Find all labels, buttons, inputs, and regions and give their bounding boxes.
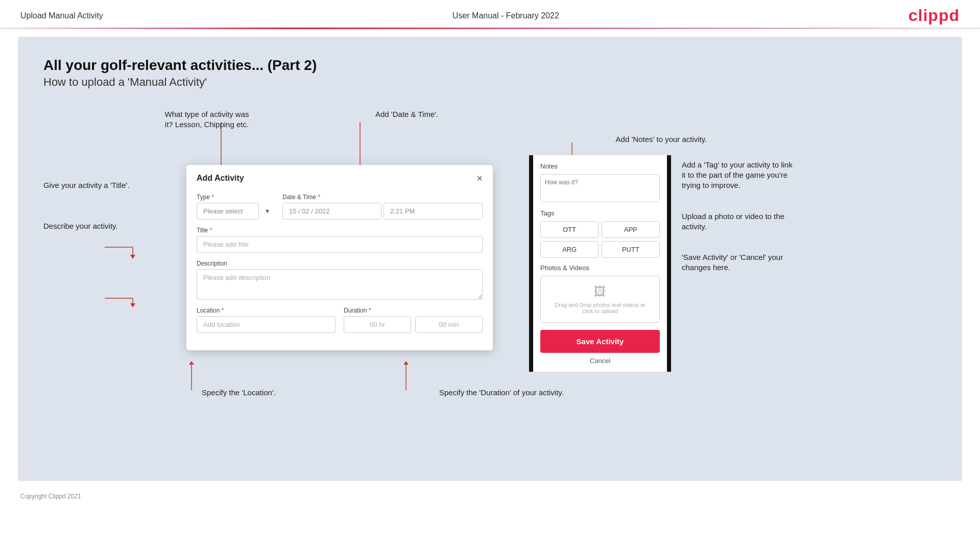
notes-section-label: Notes — [540, 162, 660, 170]
desc-label: Description — [197, 260, 483, 267]
tags-grid: OTT APP ARG PUTT — [540, 221, 660, 258]
panel-right-bar — [667, 155, 671, 372]
tag-putt[interactable]: PUTT — [602, 241, 660, 258]
mobile-panel: Notes Tags OTT APP ARG PUTT — [529, 155, 672, 372]
datetime-label: Date & Time * — [282, 194, 483, 201]
page-section-label: Upload Manual Activity — [20, 11, 103, 20]
annotation-tag: Add a 'Tag' to your activity to link it … — [682, 160, 794, 191]
tag-ott[interactable]: OTT — [540, 221, 599, 238]
duration-label: Duration * — [344, 307, 483, 314]
annotation-describe: Describe your activity. — [43, 221, 146, 231]
modal-body: Type * Please select Date & Ti — [186, 188, 493, 350]
panel-inner: Notes Tags OTT APP ARG PUTT — [533, 155, 667, 372]
time-input[interactable] — [384, 203, 483, 220]
desc-textarea[interactable] — [197, 269, 483, 300]
title-label: Title * — [197, 227, 483, 234]
cancel-link[interactable]: Cancel — [540, 357, 660, 365]
date-time-row — [282, 203, 483, 220]
modal-header: Add Activity × — [186, 165, 493, 188]
required-star-dt: * — [318, 194, 320, 201]
annotation-notes: Add 'Notes' to your activity. — [529, 134, 794, 145]
right-annotations: Add a 'Tag' to your activity to link it … — [682, 155, 794, 372]
notes-textarea[interactable] — [540, 174, 660, 202]
location-label: Location * — [197, 307, 336, 314]
duration-inputs — [344, 316, 483, 333]
date-input[interactable] — [282, 203, 381, 220]
type-select[interactable]: Please select — [197, 203, 259, 220]
form-row-title: Title * — [197, 227, 483, 253]
required-star-loc: * — [222, 307, 224, 314]
annotation-location: Specify the 'Location'. — [202, 388, 276, 398]
footer: Copyright Clippd 2021 — [0, 489, 980, 504]
type-label: Type * — [197, 194, 274, 201]
top-bar: Upload Manual Activity User Manual - Feb… — [0, 0, 980, 29]
form-row-loc-dur: Location * Duration * — [197, 307, 483, 333]
tag-app[interactable]: APP — [602, 221, 660, 238]
form-group-type: Type * Please select — [197, 194, 274, 220]
form-group-location: Location * — [197, 307, 336, 333]
tags-section: Tags OTT APP ARG PUTT — [540, 209, 660, 258]
location-input[interactable] — [197, 316, 336, 333]
photo-drop-zone[interactable]: 🖼 Drag and Drop photos and videos orclic… — [540, 276, 660, 323]
annotation-upload: Upload a photo or video to the activity. — [682, 211, 794, 232]
main-content-area: All your golf-relevant activities... (Pa… — [18, 37, 962, 481]
right-section: Add 'Notes' to your activity. Notes — [518, 134, 794, 372]
form-row-desc: Description — [197, 260, 483, 300]
title-input[interactable] — [197, 236, 483, 253]
required-star-type: * — [211, 194, 214, 201]
brand-logo: clippd — [909, 6, 960, 25]
photo-icon: 🖼 — [594, 284, 606, 299]
modal-title: Add Activity — [197, 174, 244, 183]
photos-section: Photos & Videos 🖼 Drag and Drop photos a… — [540, 264, 660, 323]
form-group-duration: Duration * — [344, 307, 483, 333]
photos-label: Photos & Videos — [540, 264, 660, 272]
duration-min-input[interactable] — [415, 316, 483, 333]
page-title: All your golf-relevant activities... (Pa… — [43, 57, 937, 74]
annotation-type: What type of activity was it? Lesson, Ch… — [161, 109, 253, 130]
page-subtitle: How to upload a 'Manual Activity' — [43, 76, 937, 89]
duration-hr-input[interactable] — [344, 316, 411, 333]
right-panel-row: Notes Tags OTT APP ARG PUTT — [518, 155, 794, 372]
annotation-datetime: Add 'Date & Time'. — [375, 109, 438, 130]
copyright-text: Copyright Clippd 2021 — [20, 493, 81, 500]
required-star-dur: * — [369, 307, 371, 314]
type-select-wrapper: Please select — [197, 203, 274, 220]
photo-drop-text: Drag and Drop photos and videos orclick … — [555, 302, 645, 314]
annotation-duration: Specify the 'Duration' of your activity. — [439, 388, 564, 398]
panel-left-bar — [529, 155, 533, 372]
form-group-desc: Description — [197, 260, 483, 300]
add-activity-modal: Add Activity × Type * Ple — [186, 165, 493, 350]
tags-label: Tags — [540, 209, 660, 217]
bottom-annotations: Specify the 'Location'. Specify the 'Dur… — [202, 388, 937, 398]
top-annotations-row: What type of activity was it? Lesson, Ch… — [161, 109, 937, 130]
annotation-title: Give your activity a 'Title'. — [43, 180, 146, 190]
form-group-datetime: Date & Time * — [282, 194, 483, 220]
required-star-title: * — [210, 227, 212, 234]
form-row-type-date: Type * Please select Date & Ti — [197, 194, 483, 220]
main-row: Give your activity a 'Title'. Describe y… — [43, 134, 937, 372]
full-area: What type of activity was it? Lesson, Ch… — [43, 109, 937, 398]
modal-close-button[interactable]: × — [476, 173, 483, 183]
tag-arg[interactable]: ARG — [540, 241, 599, 258]
left-annotations: Give your activity a 'Title'. Describe y… — [43, 134, 146, 232]
form-group-title: Title * — [197, 227, 483, 253]
manual-title: User Manual - February 2022 — [452, 11, 559, 20]
save-activity-button[interactable]: Save Activity — [540, 330, 660, 353]
annotation-save: 'Save Activity' or 'Cancel' your changes… — [682, 252, 794, 273]
